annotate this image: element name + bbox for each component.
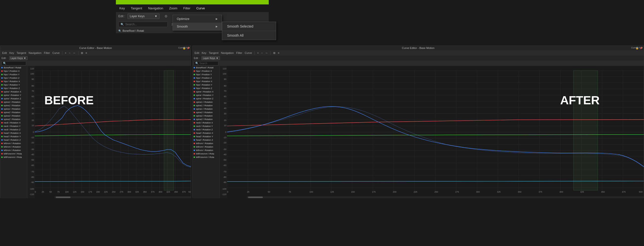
tb-curve-left[interactable]: Curve [52, 51, 60, 55]
optimize-label: Optimize [177, 17, 189, 21]
right-tb-key[interactable]: Key [201, 51, 207, 55]
channel-spine1-r3[interactable]: spine1 \ Rotation [0, 107, 27, 111]
right-tb-icon-arrow[interactable]: ↔ [264, 51, 269, 55]
channel-hips-pz[interactable]: hips \ Position Z [0, 76, 27, 80]
channel-spine2-r2[interactable]: spine2 \ Rotation [0, 114, 27, 118]
channel-head-ry[interactable]: head \ Rotation Y [0, 135, 27, 138]
menu-zoom[interactable]: Zoom [168, 6, 178, 10]
r-channel-hips-pz[interactable]: hips \ Position Z [192, 76, 220, 80]
r-channel-head-ry[interactable]: head \ Rotation Y [192, 135, 220, 138]
right-editor-title: Curve Editor - Base Motion [402, 46, 434, 49]
r-channel-neck-rx[interactable]: neck \ Rotation X [192, 121, 220, 124]
r-channel-leftarm-r3[interactable]: leftArm \ Rotation [192, 149, 220, 152]
r-channel-spine2-r3[interactable]: spine2 \ Rotation [192, 118, 220, 121]
channel-hips-py[interactable]: hips \ Position Y [0, 73, 27, 76]
channel-neck-rz[interactable]: neck \ Rotation Z [0, 128, 27, 131]
channel-spine-ry[interactable]: spine \ Rotation Y [0, 94, 27, 97]
r-channel-leftarm-r2[interactable]: leftArm \ Rotation [192, 145, 220, 149]
channel-leftarm-r1[interactable]: leftArm \ Rotation [0, 142, 27, 145]
right-tb-filter[interactable]: Filter [236, 51, 243, 55]
channel-leftforearm-r2[interactable]: leftForeArm \ Rota [0, 155, 27, 159]
r-channel-leftarm-r1[interactable]: leftArm \ Rotation [192, 142, 220, 145]
channel-head-rz[interactable]: head \ Rotation Z [0, 138, 27, 142]
r-channel-neck-rz[interactable]: neck \ Rotation Z [192, 128, 220, 131]
right-tb-curve[interactable]: Curve [244, 51, 253, 55]
tb-navigation[interactable]: Navigation [28, 51, 42, 55]
r-channel-head-rz[interactable]: head \ Rotation Z [192, 138, 220, 142]
r-channel-leftforearm-r1[interactable]: leftForeArm \ Rota [192, 152, 220, 155]
r-channel-spine1-r3[interactable]: spine1 \ Rotation [192, 107, 220, 111]
r-channel-hips-ry[interactable]: hips \ Rotation Y [192, 83, 220, 87]
r-channel-neck-ry[interactable]: neck \ Rotation Y [192, 124, 220, 128]
r-channel-hips-py[interactable]: hips \ Position Y [192, 73, 220, 76]
r-channel-spine-ry[interactable]: spine \ Rotation Y [192, 94, 220, 97]
r-channel-boneroot[interactable]: BoneRoot \ Rotati [192, 66, 220, 69]
layer-keys-dropdown[interactable]: Layer Keys ▼ [128, 13, 160, 19]
r-channel-spine2-r2[interactable]: spine2 \ Rotation [192, 114, 220, 118]
channel-hips-ry[interactable]: hips \ Rotation Y [0, 83, 27, 87]
channel-spine-rz[interactable]: spine \ Rotation Z [0, 97, 27, 100]
tb-icon-frame[interactable]: ⊞ [80, 51, 84, 55]
channel-boneroot[interactable]: BoneRoot \ Rotati [0, 66, 27, 69]
channel-spine1-r1[interactable]: spine1 \ Rotation [0, 100, 27, 104]
right-tb-navigation[interactable]: Navigation [220, 51, 234, 55]
r-channel-spine1-r1[interactable]: spine1 \ Rotation [192, 100, 220, 104]
r-channel-hips-rx[interactable]: hips \ Rotation X [192, 80, 220, 83]
tb-filter[interactable]: Filter [43, 51, 50, 55]
tb-tangent[interactable]: Tangent [16, 51, 27, 55]
channel-hips-px[interactable]: hips \ Position X [0, 69, 27, 73]
ry-10: 10 [224, 124, 226, 127]
menu-tangent[interactable]: Tangent [130, 6, 143, 10]
channel-hips-rz[interactable]: hips \ Rotation Z [0, 87, 27, 90]
r-channel-hips-px[interactable]: hips \ Position X [192, 69, 220, 73]
right-search-field[interactable]: 🔍 Search [194, 61, 218, 65]
channel-spine-rx[interactable]: spine \ Rotation X [0, 90, 27, 94]
channel-neck-ry[interactable]: neck \ Rotation Y [0, 124, 27, 128]
channel-spine2-r3[interactable]: spine2 \ Rotation [0, 118, 27, 121]
channel-neck-rx[interactable]: neck \ Rotation X [0, 121, 27, 124]
tb-icon-filter[interactable]: ≡ [85, 51, 88, 55]
tb-icon-minus[interactable]: − [68, 51, 71, 55]
r-channel-hips-rz[interactable]: hips \ Rotation Z [192, 87, 220, 90]
optimize-menu-item[interactable]: Optimize ▶ [173, 15, 222, 23]
r-channel-spine-rx[interactable]: spine \ Rotation X [192, 90, 220, 94]
channel-leftarm-r3[interactable]: leftArm \ Rotation [0, 149, 27, 152]
channel-hips-rx[interactable]: hips \ Rotation X [0, 80, 27, 83]
right-scrollbar-thumb-h[interactable] [248, 197, 263, 198]
menu-curve[interactable]: Curve [195, 6, 206, 10]
smooth-all-item[interactable]: Smooth All [222, 31, 276, 40]
menu-filter[interactable]: Filter [182, 6, 191, 10]
tb-key[interactable]: Key [9, 51, 15, 55]
smooth-menu-item[interactable]: Smooth ▶ [173, 23, 222, 30]
right-tb-tangent[interactable]: Tangent [208, 51, 219, 55]
r-channel-spine1-r2[interactable]: spine1 \ Rotation [192, 104, 220, 107]
r-channel-head-rx[interactable]: head \ Rotation X [192, 131, 220, 135]
channel-spine2-r1[interactable]: spine2 \ Rotation [0, 111, 27, 114]
channel-leftforearm-r1[interactable]: leftForeArm \ Rota [0, 152, 27, 155]
right-tb-icon-minus[interactable]: − [260, 51, 263, 55]
tb-icon-add[interactable]: + [64, 51, 67, 55]
right-layer-keys[interactable]: Layer Keys ▼ [202, 56, 220, 60]
left-scrollbar-h[interactable] [54, 196, 191, 198]
r-channel-spine-rz[interactable]: spine \ Rotation Z [192, 97, 220, 100]
r-channel-leftforearm-r2[interactable]: leftForeArm \ Rota [192, 155, 220, 159]
menu-key[interactable]: Key [118, 6, 126, 10]
right-tb-icon-add[interactable]: + [256, 51, 260, 55]
svg-text:0: 0 [227, 191, 228, 193]
menu-navigation[interactable]: Navigation [147, 6, 164, 10]
left-search-field[interactable]: 🔍 [2, 61, 26, 65]
right-tb-edit[interactable]: Edit [194, 51, 200, 55]
channel-spine1-r2[interactable]: spine1 \ Rotation [0, 104, 27, 107]
right-tb-icon-frame[interactable]: ⊞ [272, 51, 276, 55]
right-scrollbar-h[interactable] [247, 196, 644, 198]
right-tb-icon-filter[interactable]: ≡ [277, 51, 280, 55]
channel-head-rx[interactable]: head \ Rotation X [0, 131, 27, 135]
channel-leftarm-r2[interactable]: leftArm \ Rotation [0, 145, 27, 149]
left-scrollbar-thumb-h[interactable] [56, 197, 70, 198]
tb-edit[interactable]: Edit [2, 51, 8, 55]
r-channel-spine2-r1[interactable]: spine2 \ Rotation [192, 111, 220, 114]
tb-icon-arrow[interactable]: ↔ [72, 51, 76, 55]
left-layer-keys[interactable]: Layer Keys ▼ [9, 56, 28, 60]
icon-btn-1[interactable]: ⚙ [164, 14, 168, 18]
smooth-selected-item[interactable]: Smooth Selected [222, 22, 276, 31]
